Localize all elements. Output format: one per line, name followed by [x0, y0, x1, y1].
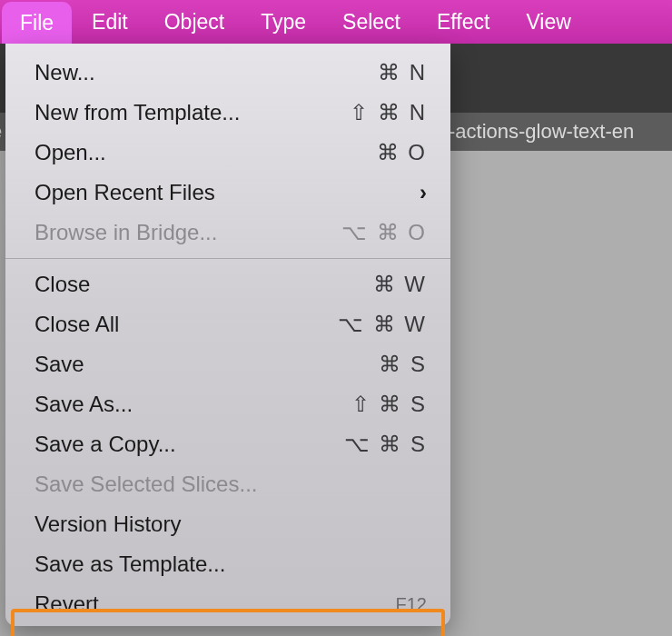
file-menu-dropdown: New... ⌘ N New from Template... ⇧ ⌘ N Op…: [5, 44, 450, 626]
menu-file[interactable]: File: [2, 2, 72, 44]
menu-item-label: Save As...: [35, 392, 351, 417]
menu-view[interactable]: View: [508, 0, 588, 44]
menu-select[interactable]: Select: [324, 0, 419, 44]
menu-item-label: Close: [35, 272, 373, 297]
menu-effect[interactable]: Effect: [419, 0, 508, 44]
menu-item-open[interactable]: Open... ⌘ O: [5, 133, 450, 173]
menu-item-label: Open...: [35, 140, 377, 165]
tabstrip-fragment-left: e: [0, 120, 2, 144]
menu-item-close-all[interactable]: Close All ⌥ ⌘ W: [5, 304, 450, 344]
menu-item-label: New...: [35, 60, 378, 85]
menu-item-shortcut: ⌥ ⌘ O: [341, 220, 427, 245]
tabstrip-fragment-right: -actions-glow-text-en: [449, 120, 634, 144]
menu-item-version-history[interactable]: Version History: [5, 504, 450, 544]
chevron-right-icon: ›: [420, 180, 427, 205]
menu-type[interactable]: Type: [242, 0, 324, 44]
menu-item-shortcut: F12: [396, 594, 427, 615]
menu-item-shortcut: ⌥ ⌘ S: [344, 432, 427, 457]
menu-item-save-as[interactable]: Save As... ⇧ ⌘ S: [5, 384, 450, 424]
menu-item-revert[interactable]: Revert F12: [5, 584, 450, 624]
menu-separator: [5, 258, 450, 259]
menubar: File Edit Object Type Select Effect View: [0, 0, 672, 44]
menu-item-new-from-template[interactable]: New from Template... ⇧ ⌘ N: [5, 93, 450, 133]
menu-item-label: Save: [35, 352, 379, 377]
menu-item-shortcut: ⇧ ⌘ S: [351, 392, 427, 417]
menu-item-label: Browse in Bridge...: [35, 220, 341, 245]
menu-item-new[interactable]: New... ⌘ N: [5, 53, 450, 93]
menu-item-label: Save a Copy...: [35, 432, 344, 457]
menu-item-shortcut: ⌥ ⌘ W: [338, 312, 427, 337]
menu-edit[interactable]: Edit: [74, 0, 146, 44]
menu-item-label: Revert: [35, 591, 396, 617]
menu-item-shortcut: ⇧ ⌘ N: [350, 100, 427, 125]
menu-item-save-a-copy[interactable]: Save a Copy... ⌥ ⌘ S: [5, 424, 450, 464]
menu-item-label: Close All: [35, 312, 338, 337]
menu-item-shortcut: ⌘ N: [378, 60, 427, 85]
menu-item-label: New from Template...: [35, 100, 350, 125]
menu-item-save[interactable]: Save ⌘ S: [5, 344, 450, 384]
menu-item-label: Save as Template...: [35, 552, 427, 577]
menu-item-shortcut: ⌘ O: [377, 140, 427, 165]
menu-item-label: Save Selected Slices...: [35, 472, 427, 497]
menu-item-save-selected-slices: Save Selected Slices...: [5, 464, 450, 504]
menu-item-shortcut: ⌘ W: [373, 272, 427, 297]
menu-item-label: Open Recent Files: [35, 180, 420, 205]
menu-item-browse-in-bridge: Browse in Bridge... ⌥ ⌘ O: [5, 213, 450, 253]
menu-item-label: Version History: [35, 512, 427, 537]
menu-item-close[interactable]: Close ⌘ W: [5, 264, 450, 304]
menu-item-shortcut: ⌘ S: [379, 352, 427, 377]
menu-item-open-recent-files[interactable]: Open Recent Files ›: [5, 173, 450, 213]
menu-object[interactable]: Object: [146, 0, 242, 44]
menu-item-save-as-template[interactable]: Save as Template...: [5, 544, 450, 584]
